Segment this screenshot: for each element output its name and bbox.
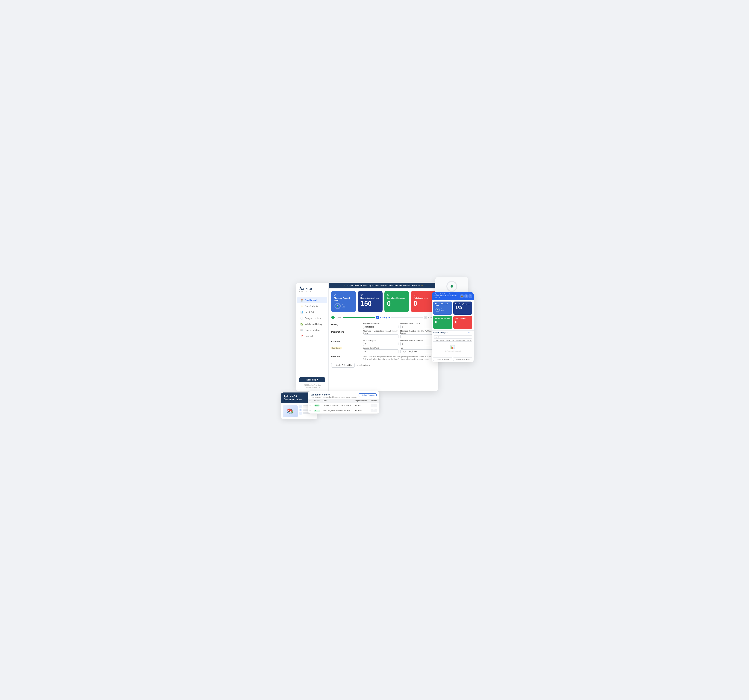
warning-icon-left: ⚠ [344, 284, 345, 287]
right-failed-label: Failed Analyses [455, 317, 471, 319]
doc-item-icon-1: ⊡ [299, 405, 302, 408]
sidebar-item-run-analysis[interactable]: ⚡ Run Analysis [297, 303, 327, 309]
history-icon: 🕐 [300, 317, 303, 319]
earliest-time-field: Earliest Time Point [363, 347, 399, 353]
support-icon: ❓ [300, 335, 303, 337]
row-result: Pass [313, 408, 321, 413]
kel-rules-label: Kel Rules [331, 347, 342, 349]
download-icon-2[interactable]: ↑ [371, 409, 374, 412]
right-stats-card: ⚠ Sparse Data Processing is now availabl… [432, 292, 474, 362]
right-banner-icons: 🔔 ⊞ ✕ [460, 294, 472, 298]
stat-completed-icon: ⊙ [387, 293, 407, 296]
stat-completed-label: Completed Analyses [387, 297, 407, 299]
view-all-button[interactable]: View All [467, 332, 472, 334]
validation-subtitle: View previously executed validations or … [311, 396, 358, 398]
close-icon[interactable]: ✕ [468, 294, 472, 298]
validation-header-text: Validation History View previously execu… [311, 393, 358, 398]
right-stat-completed: Completed Analyses 0 [433, 316, 452, 329]
footer-copyright: © 2025 Aplos Analytics Aplos NCA UI v1.3… [299, 384, 325, 389]
th-duration: Duration [445, 339, 451, 342]
max-extrap-linlog-input[interactable] [400, 334, 436, 339]
tie-select[interactable]: kel_n -> kel_lower [400, 349, 436, 353]
max-points-input[interactable] [400, 342, 436, 346]
earliest-time-input[interactable] [363, 349, 399, 353]
configure-form: Dosing Regression Statistic Adjusted R² … [329, 321, 438, 370]
sidebar-item-dashboard-label: Dashboard [305, 299, 316, 302]
th-file: File [436, 339, 439, 342]
stat-completed-value: 0 [387, 300, 407, 307]
grid-icon[interactable]: ⊞ [465, 294, 468, 298]
need-help-button[interactable]: Need Help? [299, 377, 325, 382]
logo: ĀAPLOS [299, 286, 325, 291]
row-date: October 8, 2024 at 1:48:16 PM MDT [321, 408, 353, 413]
th-engine: Engine Version [455, 339, 466, 342]
sidebar-item-input-data[interactable]: 📊 Input Data [297, 309, 327, 315]
stat-remaining-label: Remaining Analyses [361, 297, 380, 299]
step-num-2: 2 [376, 316, 379, 319]
max-extrap-linear-field: Maximum % Extrapolated for AUC Infinity … [363, 330, 399, 339]
right-remaining-label: Remaining Analyses [455, 303, 471, 305]
allocated-donut-large: 0 [446, 281, 457, 292]
sidebar-item-documentation[interactable]: 📖 Documentation ↗ [297, 327, 327, 333]
right-allocated-label: Allocated Amount Used [435, 303, 450, 307]
sidebar-footer: Need Help? © 2025 Aplos Analytics Aplos … [296, 375, 329, 391]
min-span-input[interactable] [363, 342, 399, 346]
right-completed-value: 0 [435, 320, 450, 325]
step-num-1: 1 [331, 316, 335, 319]
sidebar-item-docs-label: Documentation [305, 329, 320, 331]
row-engine: 1.8.4.753 [353, 408, 369, 413]
donut-container: 0 0 150 [334, 302, 353, 310]
row-actions: ↑ ↓ [369, 408, 379, 413]
table-row: ≡ Pass October 15, 2024 at 3:24:10 PM MD… [308, 403, 379, 408]
sidebar-item-analysis-history[interactable]: 🕐 Analysis History [297, 315, 327, 321]
min-stat-input[interactable] [400, 325, 436, 329]
sidebar-item-support-label: Support [305, 335, 313, 337]
regression-stat-label: Regression Statistic [363, 322, 399, 325]
stat-failed-value: 0 [413, 300, 433, 307]
initiate-validation-button[interactable]: ✚ Initiate Validation [359, 393, 376, 397]
sidebar-item-dashboard[interactable]: 🏠 Dashboard [297, 297, 327, 303]
validation-header: Validation History View previously execu… [308, 391, 379, 399]
action-icons: ↑ ↓ [371, 404, 378, 407]
right-donut: 0 0 150 [435, 307, 450, 313]
right-donut-svg: 0 [435, 307, 440, 313]
right-completed-label: Completed Analyses [435, 317, 450, 319]
sidebar-item-validation-history[interactable]: ✅ Validation History [297, 321, 327, 327]
section-designations: Designations [331, 330, 361, 339]
empty-chart-icon: 📊 [435, 345, 471, 349]
donut-top-value: 0 [451, 285, 452, 288]
data-icon: 📊 [300, 311, 303, 314]
right-failed-value: 0 [455, 320, 471, 325]
stat-failed-label: Failed Analyses [413, 297, 433, 299]
upload-new-file-button[interactable]: Upload a New File [433, 357, 452, 361]
svg-text:0: 0 [337, 305, 338, 307]
analyze-existing-button[interactable]: Analyze Existing File [453, 357, 472, 361]
action-icons: ↑ ↓ [371, 409, 378, 412]
step-line-2 [391, 317, 423, 318]
recent-header: Recent Analyses View All [433, 332, 472, 334]
row-engine: 1.8.4.753 [353, 403, 369, 408]
sidebar-item-run-label: Run Analysis [305, 305, 318, 308]
recent-analyses-table: ID File Status Duration End Engine Versi… [433, 339, 472, 342]
right-remaining-value: 150 [455, 305, 471, 310]
recent-search-input[interactable] [433, 336, 472, 339]
form-grid: Dosing Regression Statistic Adjusted R² … [331, 322, 436, 361]
step-label-upload: Upload [336, 316, 342, 319]
external-icon: ↗ [323, 329, 324, 331]
stat-remaining-icon: ⟳ [361, 293, 380, 296]
max-extrap-linear-input[interactable] [363, 334, 399, 339]
max-points-field: Maximum Number of Points [400, 340, 436, 346]
sidebar-item-support[interactable]: ❓ Support ↗ [297, 333, 327, 339]
banner-text: ⚠ Sparse Data Processing is now availabl… [347, 284, 420, 287]
form-footer: Upload a Different File sample-data.csv [331, 363, 436, 368]
download-icon[interactable]: ↑ [371, 404, 374, 407]
right-stat-allocated: Allocated Amount Used 0 0 150 [433, 302, 452, 315]
upload-icon-2[interactable]: ↓ [374, 409, 377, 412]
row-actions: ↑ ↓ [369, 403, 379, 408]
upload-different-file-button[interactable]: Upload a Different File [331, 363, 355, 368]
max-extrap-linlog-label: Maximum % Extrapolated for AUC infinity … [400, 330, 436, 334]
upload-icon[interactable]: ↓ [374, 404, 377, 407]
col-actions: Actions [369, 399, 379, 403]
bell-icon[interactable]: 🔔 [460, 294, 464, 298]
regression-stat-select[interactable]: Adjusted R² [363, 325, 399, 329]
